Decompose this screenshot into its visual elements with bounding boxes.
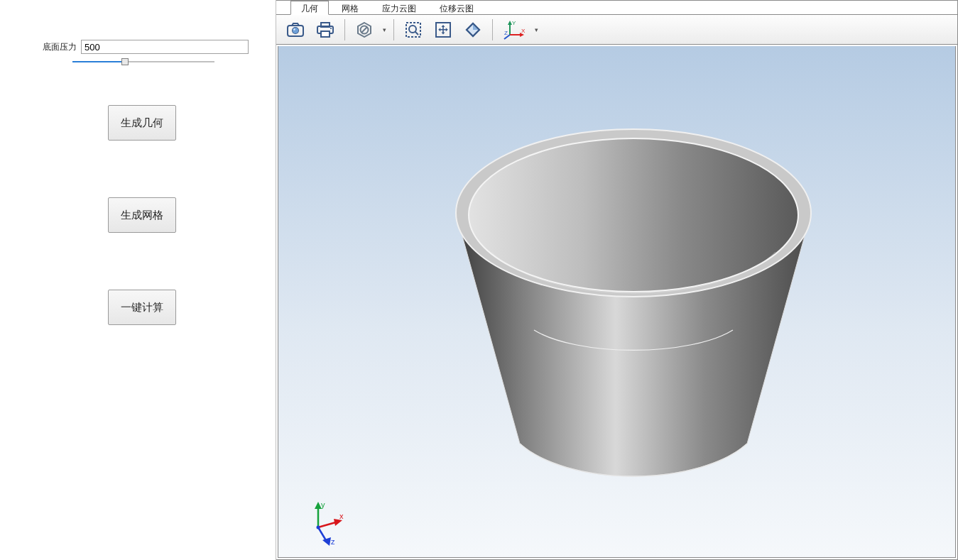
side-button-1[interactable]: 生成网格 (108, 197, 176, 233)
print-button[interactable] (313, 18, 337, 42)
svg-marker-35 (322, 537, 331, 546)
svg-rect-6 (321, 31, 330, 37)
param-row: 底面压力 (43, 40, 249, 54)
svg-text:z: z (331, 537, 335, 546)
zoom-box-button[interactable] (401, 18, 425, 42)
slider-thumb[interactable] (121, 58, 129, 65)
svg-line-10 (361, 27, 367, 33)
svg-point-27 (469, 138, 798, 292)
svg-text:x: x (339, 512, 344, 520)
orient-icon: Y X Z (503, 19, 526, 40)
axis-gizmo: y x z (297, 498, 347, 547)
fit-icon (464, 21, 481, 38)
viewport-toolbar: ▾ (276, 15, 957, 45)
svg-line-13 (415, 31, 419, 35)
print-icon (316, 22, 334, 38)
svg-text:y: y (321, 500, 325, 509)
toolbar-separator (393, 19, 394, 40)
orientation-button[interactable]: Y X Z (500, 18, 528, 42)
screenshot-button[interactable] (283, 18, 307, 42)
svg-text:Z: Z (504, 30, 508, 36)
right-area: 几何网格应力云图位移云图 (276, 0, 958, 560)
orientation-dropdown[interactable]: ▾ (531, 18, 541, 42)
svg-rect-5 (321, 23, 330, 27)
svg-point-7 (330, 27, 332, 28)
svg-point-3 (293, 28, 295, 30)
camera-icon (287, 23, 304, 37)
side-button-0[interactable]: 生成几何 (108, 105, 176, 141)
toolbar-separator (344, 19, 345, 40)
svg-point-2 (293, 28, 298, 33)
tab-1[interactable]: 网格 (331, 1, 369, 14)
tab-0[interactable]: 几何 (290, 1, 329, 15)
zoom-box-icon (405, 21, 422, 38)
filter-dropdown[interactable]: ▾ (379, 18, 389, 42)
slider-fill (72, 61, 125, 62)
param-label: 底面压力 (43, 41, 77, 53)
svg-text:Y: Y (512, 20, 516, 26)
tab-bar: 几何网格应力云图位移云图 (276, 1, 957, 15)
3d-viewport[interactable]: y x z (278, 46, 956, 558)
cylinder-model (278, 46, 956, 557)
pan-icon (435, 21, 452, 38)
filter-button[interactable] (352, 18, 376, 42)
pressure-slider[interactable] (72, 58, 214, 67)
toolbar-separator (492, 19, 493, 40)
pressure-input[interactable] (81, 40, 249, 54)
fit-view-button[interactable] (461, 18, 485, 42)
left-panel: 底面压力 生成几何生成网格一键计算 (0, 0, 276, 560)
tab-3[interactable]: 位移云图 (429, 1, 484, 14)
side-button-2[interactable]: 一键计算 (108, 290, 176, 325)
tab-2[interactable]: 应力云图 (371, 1, 427, 14)
svg-point-37 (317, 526, 320, 529)
pan-button[interactable] (431, 18, 455, 42)
forbid-icon (356, 22, 372, 38)
svg-text:X: X (521, 28, 526, 34)
